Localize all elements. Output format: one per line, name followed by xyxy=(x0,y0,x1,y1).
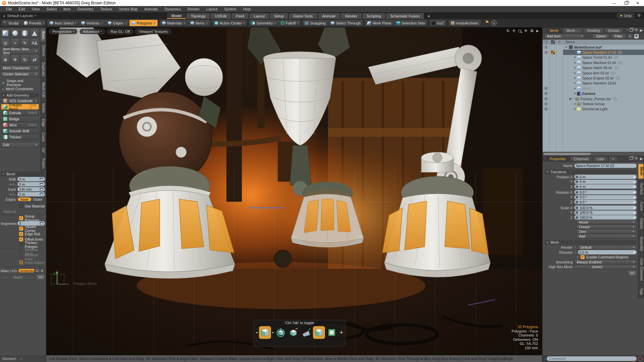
toolbar-edges[interactable]: Edges2 xyxy=(105,20,129,26)
lock-cell[interactable] xyxy=(556,81,563,86)
eye-icon[interactable] xyxy=(544,103,548,105)
move-tool-button[interactable]: ✛ xyxy=(10,54,20,65)
eye-icon[interactable] xyxy=(544,98,548,100)
toolbar-auto-select[interactable]: Auto Select▾ xyxy=(47,20,79,26)
more-transforms-dropdown[interactable]: More Transforms▾ xyxy=(1,65,39,71)
bevel-header[interactable]: ▼Bevel xyxy=(1,172,45,176)
item-name[interactable]: Space Arm 02.lxl(2) xyxy=(563,70,644,75)
spinner-icon[interactable]: ◀▶ xyxy=(633,181,635,183)
tool-tab-curve[interactable]: Curve xyxy=(40,130,46,144)
spinner-icon[interactable]: ◀▶ xyxy=(633,185,635,188)
soft-move-tool-button[interactable]: ⊕ xyxy=(1,54,10,65)
zero-dropdown[interactable]: Zero▾ xyxy=(576,229,637,234)
item-row-camera[interactable]: Camera xyxy=(543,91,644,96)
group-polygons-checkbox[interactable]: ✓ Group Polygons xyxy=(1,216,45,221)
render-cell[interactable] xyxy=(549,65,556,70)
lock-cell[interactable] xyxy=(556,70,563,75)
transform-field[interactable]: 0 m◀▶ xyxy=(574,175,637,179)
checkbox-keep-aspect[interactable]: ✓Keep Aspect xyxy=(1,260,45,265)
visibility-cell[interactable] xyxy=(543,45,549,50)
channel-dot[interactable] xyxy=(576,216,578,219)
menu-item[interactable]: Item xyxy=(60,7,74,11)
mesh-section-header[interactable]: ▼Mesh xyxy=(545,240,637,245)
tab-[interactable]: + xyxy=(608,156,618,161)
menu-help[interactable]: Help xyxy=(240,7,254,11)
tool-tab-duplicate[interactable]: Duplicate xyxy=(40,60,46,79)
smoothing-dropdown[interactable]: Always Enabled▾ xyxy=(574,260,637,264)
spinner-icon[interactable]: ◀▶ xyxy=(633,212,635,214)
toolbar-items[interactable]: Items5 xyxy=(188,20,210,26)
item-menu-dropdown[interactable]: Item Menu: New Item▾ xyxy=(1,48,39,54)
gear-icon[interactable]: ⚙ xyxy=(635,28,638,32)
freeze-dropdown[interactable]: Freeze▾ xyxy=(576,225,637,229)
item-row-space-arm-02-lxl[interactable]: Space Arm 02.lxl(2) xyxy=(543,70,644,75)
rotate-tool-button[interactable]: ↻ xyxy=(20,54,30,65)
eye-icon[interactable] xyxy=(544,87,548,90)
side-tab-display[interactable]: Display xyxy=(638,215,644,233)
item-row-factory-pumps-lxe[interactable]: ▶ +Factory_Pumps.lxe(3) xyxy=(543,96,644,101)
transform-field[interactable]: 0 m◀▶ xyxy=(574,180,637,184)
tab-model[interactable]: Model xyxy=(167,13,186,19)
checkbox-icon[interactable]: ✓ xyxy=(19,227,23,231)
preset-name[interactable]: Standard xyxy=(2,357,16,361)
tab-setup[interactable]: Setup xyxy=(270,13,288,19)
tab-shading[interactable]: Shading xyxy=(583,28,604,33)
pan-icon[interactable]: ✛ xyxy=(512,28,516,33)
lock-cell[interactable] xyxy=(556,75,563,80)
item-name[interactable]: Camera xyxy=(563,91,644,96)
make-uvs-option-u[interactable]: U xyxy=(35,269,40,273)
checkbox-icon[interactable]: ✓ xyxy=(19,216,23,220)
transform-field[interactable]: 100.0 %◀▶ xyxy=(574,215,637,220)
orbit-icon[interactable]: ↻ xyxy=(506,28,509,33)
item-name[interactable]: Texture Group xyxy=(563,101,644,106)
toolbar-snapping[interactable]: Snapping xyxy=(303,20,328,26)
item-row-space-random-19-lxl[interactable]: Space Random 19.lxl xyxy=(543,81,644,86)
viewport-ray-gl-off-button[interactable]: Ray GL: Off xyxy=(107,29,133,34)
side-tab-surface[interactable]: Surface xyxy=(638,180,644,198)
item-name[interactable]: Directional Light xyxy=(563,107,644,112)
3d-viewport[interactable]: Perspective▾Advanced▾Ray GL: OffViewport… xyxy=(46,27,542,355)
checker-icon[interactable] xyxy=(551,51,555,54)
field--1[interactable]: 0 m◀▶ xyxy=(17,182,45,186)
lock-cell[interactable] xyxy=(556,55,563,60)
cone-primitive-button[interactable] xyxy=(30,28,39,38)
tool-bridge[interactable]: Bridge xyxy=(1,116,39,122)
channel-dot[interactable] xyxy=(576,196,578,198)
item-name[interactable]: Space Turret 01.lxl(2) xyxy=(563,55,644,60)
channel-dot[interactable] xyxy=(576,191,578,194)
lock-cell[interactable] xyxy=(556,107,563,112)
checkbox-edge-rail[interactable]: ✓Edge Rail xyxy=(1,232,45,236)
item-row-space-machine-01-lxl[interactable]: Space Machine 01.lxl(2) xyxy=(543,60,644,65)
edges-option-inner[interactable]: Inner xyxy=(18,197,31,201)
segments-field[interactable]: 0◀▶ xyxy=(17,221,45,226)
tool-extrude[interactable]: ExtrudeShift-X xyxy=(1,110,39,116)
viewport-advanced-button[interactable]: Advanced▾ xyxy=(79,29,105,34)
torus-primitive-button[interactable]: ◎ xyxy=(1,38,10,48)
spinner-icon[interactable]: ◀▶ xyxy=(633,201,635,203)
tab-game-tools[interactable]: Game Tools xyxy=(289,13,317,19)
render-cell[interactable] xyxy=(549,107,556,112)
add-tab-button[interactable]: + xyxy=(425,13,433,19)
toolbar-symmetry[interactable]: Symmetry▾ xyxy=(249,20,278,26)
filter-button[interactable]: Filter xyxy=(611,34,626,39)
presets-button[interactable]: Presets F6 xyxy=(21,20,46,26)
default-layouts-dropdown[interactable]: Default Layouts xyxy=(7,14,33,18)
transform-field[interactable]: 0.0 °◀▶ xyxy=(574,195,637,199)
visibility-cell[interactable] xyxy=(543,65,549,70)
mesh-constraints-button[interactable]: ◗ Mesh Constraints xyxy=(1,86,39,92)
channel-dot[interactable] xyxy=(576,211,578,214)
command-chevron-icon[interactable]: › xyxy=(544,357,545,361)
channel-dot[interactable] xyxy=(576,180,578,183)
transform-field[interactable]: 0 m◀▶ xyxy=(574,184,637,189)
item-name[interactable]: ▶ +Factory_Pumps.lxe(3) xyxy=(563,96,644,101)
enable-command-regions-checkbox[interactable]: ✓ xyxy=(581,255,585,259)
pop-out-icon[interactable] xyxy=(630,157,633,160)
render-cell[interactable] xyxy=(549,91,556,96)
channel-dot[interactable] xyxy=(576,201,578,203)
reset-dropdown[interactable]: Reset▾ xyxy=(576,220,637,224)
item-row-space-engine-02-lxl[interactable]: Space Engine 02.lxl(2) xyxy=(543,75,644,80)
tool-tab-fusion[interactable]: Fusion xyxy=(40,156,46,171)
checkbox-square-corner[interactable]: ✓Square Corner xyxy=(1,226,45,231)
visibility-cell[interactable] xyxy=(543,50,549,55)
pivot-tool-button[interactable] xyxy=(275,326,287,339)
